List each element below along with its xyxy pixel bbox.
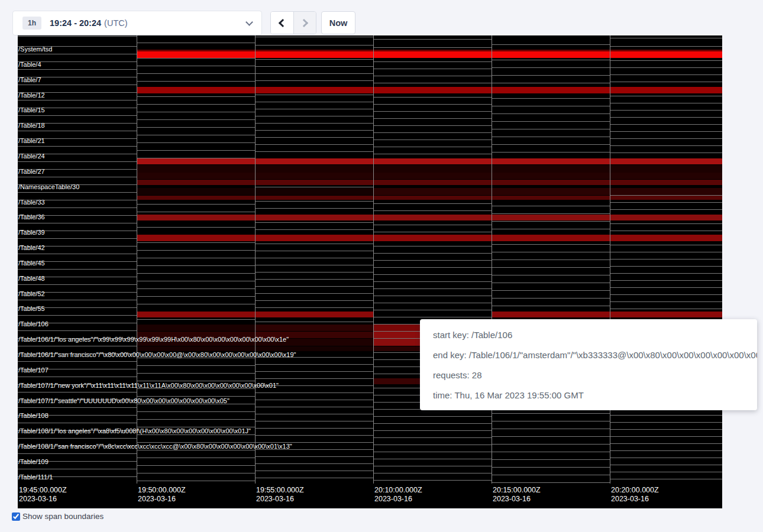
row-label: /Table/52 <box>18 290 45 297</box>
heatmap-band <box>255 325 373 331</box>
row-label: /Table/15 <box>18 106 45 113</box>
row-label: /Table/108/1/"los angeles"/"\xa8\xf5\u00… <box>18 427 251 434</box>
heatmap-band <box>137 165 722 173</box>
key-visualizer-page: 1h 19:24 - 20:24 (UTC) Now /System/tsd/T… <box>0 0 763 532</box>
heatmap-column <box>373 35 492 484</box>
show-span-boundaries-checkbox[interactable] <box>12 512 20 521</box>
prev-time-button[interactable] <box>271 12 293 34</box>
x-axis-label: 20:15:00.000Z2023-03-16 <box>493 486 541 504</box>
row-label: /Table/21 <box>18 137 45 144</box>
x-axis-label: 20:10:00.000Z2023-03-16 <box>374 486 422 504</box>
time-bucket-gridline <box>492 35 492 484</box>
heatmap-band <box>137 51 722 58</box>
heatmap-column <box>492 35 610 484</box>
key-visualizer-heatmap[interactable]: /System/tsd/Table/4/Table/7/Table/12/Tab… <box>18 35 722 508</box>
hover-tooltip: start key: /Table/106 end key: /Table/10… <box>420 319 757 410</box>
row-label: /Table/55 <box>18 305 45 312</box>
chevron-down-icon <box>245 18 253 26</box>
row-label: /Table/109 <box>18 458 49 465</box>
row-label: /System/tsd <box>18 46 52 53</box>
toolbar: 1h 19:24 - 20:24 (UTC) Now <box>0 0 763 35</box>
tooltip-start-key: start key: /Table/106 <box>433 325 744 345</box>
time-bucket-gridline <box>255 35 256 484</box>
row-label: /Table/45 <box>18 259 45 267</box>
row-label: /Table/24 <box>18 153 45 160</box>
x-axis-label: 19:50:00.000Z2023-03-16 <box>138 486 186 504</box>
x-axis-label: 19:45:00.000Z2023-03-16 <box>19 486 67 504</box>
footer: Show span boundaries <box>12 512 104 521</box>
range-timezone: (UTC) <box>104 18 127 28</box>
row-label: /Table/33 <box>18 199 45 206</box>
heatmap-column <box>610 35 722 484</box>
time-bucket-gridline <box>137 35 137 484</box>
x-axis-label: 20:20:00.000Z2023-03-16 <box>611 486 659 504</box>
row-label: /Table/36 <box>18 213 45 220</box>
heatmap-band <box>492 312 722 317</box>
tooltip-requests: requests: 28 <box>433 365 744 385</box>
heatmap-column <box>255 35 373 484</box>
heatmap-band <box>137 196 722 200</box>
tooltip-end-key: end key: /Table/106/1/"amsterdam"/"\xb33… <box>433 345 744 365</box>
row-label: /Table/48 <box>18 275 45 282</box>
heatmap-band <box>137 180 722 185</box>
row-label: /Table/108 <box>18 412 49 419</box>
row-label: /Table/106/1/"los angeles"/"\x99\x99\x99… <box>18 336 289 343</box>
row-label: /Table/7 <box>18 76 41 83</box>
row-label: /Table/107 <box>18 366 49 374</box>
row-label: /Table/27 <box>18 168 45 175</box>
row-label: /Table/106/1/"san francisco"/"\x80\x00\x… <box>18 351 296 358</box>
time-bucket-gridline <box>373 35 374 484</box>
row-label: /Table/107/1/"seattle"/"UUUUUUD\x00\x80\… <box>18 397 229 404</box>
row-label: /Table/12 <box>18 92 45 99</box>
heatmap-band <box>137 173 722 179</box>
heatmap-column <box>137 35 255 484</box>
heatmap-band <box>137 158 722 164</box>
time-bucket-gridline <box>610 35 610 484</box>
row-label: /Table/106 <box>18 320 49 327</box>
now-button[interactable]: Now <box>321 11 355 34</box>
next-time-button[interactable] <box>293 12 316 34</box>
range-duration-chip: 1h <box>22 17 41 30</box>
time-nav-group <box>270 11 316 34</box>
heatmap-band <box>137 87 722 93</box>
time-range-selector[interactable]: 1h 19:24 - 20:24 (UTC) <box>12 11 262 35</box>
chevron-left-icon <box>279 18 287 27</box>
range-label: 19:24 - 20:24 <box>50 18 101 28</box>
heatmap-band <box>137 235 722 241</box>
heatmap-band <box>373 188 722 195</box>
chevron-right-icon <box>300 18 308 27</box>
row-label: /NamespaceTable/30 <box>18 183 79 190</box>
heatmap-band <box>137 325 255 331</box>
x-axis-label: 19:55:00.000Z2023-03-16 <box>256 486 304 504</box>
tooltip-time: time: Thu, 16 Mar 2023 19:55:00 GMT <box>433 385 744 406</box>
row-label: /Table/42 <box>18 244 45 251</box>
row-label: /Table/39 <box>18 229 45 236</box>
row-label: /Table/18 <box>18 122 45 129</box>
heatmap-band <box>137 215 722 220</box>
row-label: /Table/4 <box>18 61 41 68</box>
show-span-boundaries-label: Show span boundaries <box>22 512 104 521</box>
row-label: /Table/107/1/"new york"/"\x11\x11\x11\x1… <box>18 382 279 389</box>
row-label: /Table/108/1/"san francisco"/"\x8c\xcc\x… <box>18 443 292 450</box>
row-label: /Table/111/1 <box>18 473 53 481</box>
